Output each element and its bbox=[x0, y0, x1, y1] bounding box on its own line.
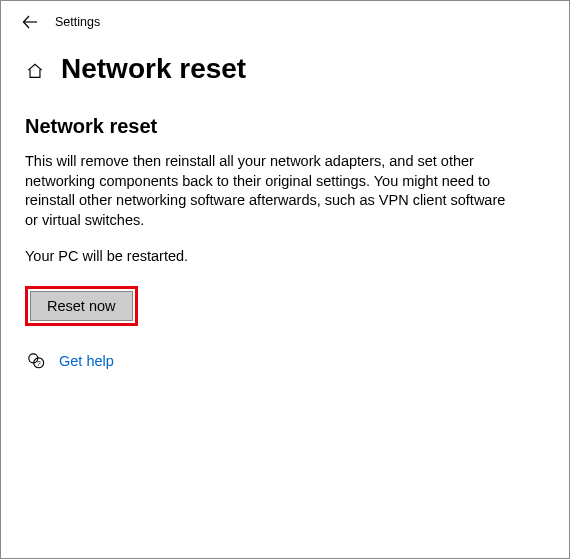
help-row: ? Get help bbox=[25, 352, 512, 370]
reset-button-highlight: Reset now bbox=[25, 286, 138, 326]
content-area: Network reset This will remove then rein… bbox=[1, 85, 536, 370]
titlebar: Settings bbox=[1, 1, 569, 39]
reset-now-button[interactable]: Reset now bbox=[30, 291, 133, 321]
section-title: Network reset bbox=[25, 115, 512, 138]
page-header: Network reset bbox=[1, 39, 569, 85]
get-help-icon[interactable]: ? bbox=[27, 352, 45, 370]
back-arrow-icon[interactable] bbox=[21, 13, 39, 31]
app-title: Settings bbox=[55, 15, 100, 29]
description-text: This will remove then reinstall all your… bbox=[25, 152, 512, 230]
get-help-link[interactable]: Get help bbox=[59, 353, 114, 369]
restart-note: Your PC will be restarted. bbox=[25, 248, 512, 264]
svg-text:?: ? bbox=[37, 359, 41, 368]
page-title: Network reset bbox=[61, 53, 246, 85]
home-icon[interactable] bbox=[25, 61, 45, 81]
